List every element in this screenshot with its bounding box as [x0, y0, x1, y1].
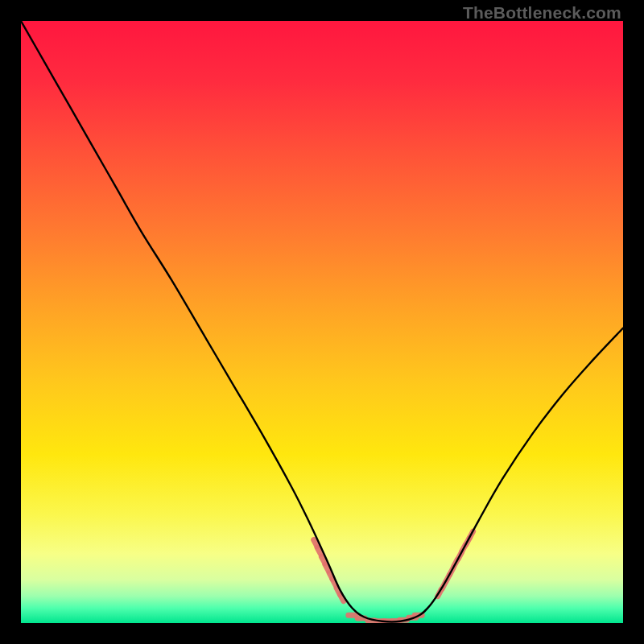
- bottleneck-curve: [21, 21, 623, 622]
- fuzz-tick: [317, 547, 320, 554]
- chart-stage: TheBottleneck.com: [0, 0, 644, 644]
- watermark-text: TheBottleneck.com: [463, 3, 621, 23]
- plot-area: [21, 21, 623, 623]
- fuzz-tick: [325, 564, 328, 571]
- curve-layer: [21, 21, 623, 623]
